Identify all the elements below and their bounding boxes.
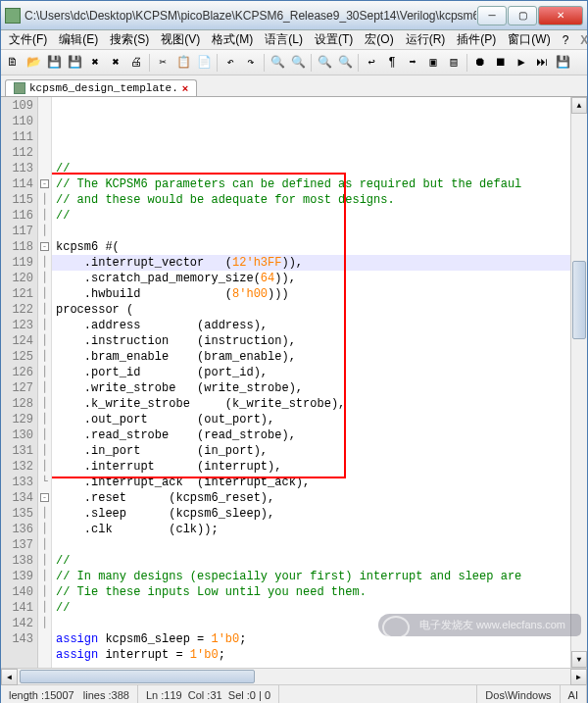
cut-icon[interactable]: ✂ (153, 53, 172, 73)
play-macro-icon[interactable]: ▶ (512, 53, 531, 73)
code-line[interactable] (56, 663, 570, 668)
fold-marker[interactable]: │ (38, 333, 51, 349)
show-all-icon[interactable]: ¶ (382, 53, 402, 73)
zoom-out-icon[interactable]: 🔍 (335, 53, 355, 73)
file-tab[interactable]: kcpsm6_design_template. × (5, 79, 197, 96)
fold-marker[interactable]: │ (38, 522, 51, 537)
code-line[interactable]: .out_port (out_port), (56, 412, 570, 427)
fold-marker[interactable]: │ (38, 302, 51, 318)
menu-file[interactable]: 文件(F) (3, 29, 53, 50)
fold-marker[interactable]: │ (38, 443, 51, 459)
code-line[interactable]: .read_strobe (read_strobe), (56, 427, 570, 443)
fold-marker[interactable]: │ (38, 459, 51, 475)
code-line[interactable]: .port_id (port_id), (56, 365, 570, 380)
fold-marker[interactable] (38, 98, 51, 114)
scroll-right-icon[interactable]: ▶ (570, 669, 587, 685)
fold-marker[interactable]: │ (38, 553, 51, 569)
fold-column[interactable]: -│││-││││││││││││││└-││││││││ (38, 97, 52, 668)
code-line[interactable]: kcpsm6 #( (56, 239, 570, 255)
fold-marker[interactable]: │ (38, 616, 51, 631)
tab-close-x-icon[interactable]: X (574, 33, 588, 47)
menu-settings[interactable]: 设置(T) (309, 29, 359, 50)
code-line[interactable]: .address (address), (56, 318, 570, 333)
code-line[interactable] (56, 537, 570, 553)
code-line[interactable]: // The KCPSM6 parameters can be defined … (56, 176, 570, 192)
scroll-up-icon[interactable]: ▲ (571, 97, 587, 114)
fold-marker[interactable]: │ (38, 271, 51, 286)
fold-marker[interactable]: │ (38, 208, 51, 224)
fold-marker[interactable]: │ (38, 396, 51, 412)
menu-edit[interactable]: 编辑(E) (53, 29, 104, 50)
fold-marker[interactable]: │ (38, 349, 51, 365)
code-line[interactable]: // Tie these inputs Low until you need t… (56, 584, 570, 600)
menu-format[interactable]: 格式(M) (206, 29, 259, 50)
code-line[interactable]: .in_port (in_port), (56, 443, 570, 459)
code-line[interactable]: // and these would be adequate for most … (56, 192, 570, 208)
code-line[interactable]: .reset (kcpsm6_reset), (56, 490, 570, 506)
fold-marker[interactable]: │ (38, 537, 51, 553)
fold-marker[interactable]: │ (38, 224, 51, 239)
fold-marker[interactable]: └ (38, 475, 51, 490)
save-icon[interactable]: 💾 (44, 53, 64, 73)
code-line[interactable]: assign interrupt = 1'b0; (56, 647, 570, 663)
redo-icon[interactable]: ↷ (241, 53, 261, 73)
menu-language[interactable]: 语言(L) (259, 29, 309, 50)
minimize-button[interactable]: ─ (477, 6, 507, 25)
fold-marker[interactable]: │ (38, 380, 51, 396)
save-all-icon[interactable]: 💾 (65, 53, 84, 73)
code-line[interactable]: // In many designs (especially your firs… (56, 569, 570, 584)
find-icon[interactable]: 🔍 (268, 53, 287, 73)
horizontal-scrollbar[interactable]: ◀ ▶ (1, 668, 587, 684)
fold-marker[interactable]: │ (38, 255, 51, 271)
code-line[interactable]: // (56, 208, 570, 224)
wordwrap-icon[interactable]: ↩ (362, 53, 381, 73)
fold-marker[interactable]: │ (38, 192, 51, 208)
undo-icon[interactable]: ↶ (220, 53, 240, 73)
code-line[interactable]: .interrupt_ack (interrupt_ack), (56, 475, 570, 490)
menu-macro[interactable]: 宏(O) (359, 29, 399, 50)
fold-marker[interactable]: - (38, 239, 51, 255)
fold-marker[interactable]: │ (38, 318, 51, 333)
scroll-down-icon[interactable]: ▼ (571, 651, 587, 668)
code-line[interactable]: .k_write_strobe (k_write_strobe), (56, 396, 570, 412)
fold-marker[interactable] (38, 129, 51, 145)
run-multi-icon[interactable]: ⏭ (532, 53, 552, 73)
new-file-icon[interactable]: 🗎 (3, 53, 23, 73)
code-line[interactable]: .hwbuild (8'h00))) (56, 286, 570, 302)
fold-marker[interactable] (38, 631, 51, 647)
code-line[interactable]: .instruction (instruction), (56, 333, 570, 349)
fold-marker[interactable]: │ (38, 365, 51, 380)
code-line[interactable]: .bram_enable (bram_enable), (56, 349, 570, 365)
menu-search[interactable]: 搜索(S) (104, 29, 155, 50)
close-file-icon[interactable]: ✖ (85, 53, 105, 73)
copy-icon[interactable]: 📋 (173, 53, 193, 73)
scroll-track[interactable] (571, 114, 587, 651)
close-all-icon[interactable]: ✖ (106, 53, 125, 73)
close-tab-icon[interactable]: × (182, 82, 188, 94)
indent-icon[interactable]: ➡ (403, 53, 422, 73)
titlebar[interactable]: C:\Users\dc\Desktop\KCPSM\picoBlaze\KCPS… (1, 1, 587, 30)
print-icon[interactable]: 🖨 (126, 53, 146, 73)
scroll-thumb-h[interactable] (20, 670, 255, 683)
menu-view[interactable]: 视图(V) (155, 29, 206, 50)
menu-help[interactable]: ? (557, 31, 575, 49)
vertical-scrollbar[interactable]: ▲ ▼ (570, 97, 587, 668)
fold-marker[interactable] (38, 145, 51, 161)
maximize-button[interactable]: ▢ (508, 6, 537, 25)
menu-run[interactable]: 运行(R) (400, 29, 452, 50)
fold-marker[interactable] (38, 161, 51, 176)
close-button[interactable]: ✕ (538, 6, 583, 25)
paste-icon[interactable]: 📄 (194, 53, 214, 73)
fold-marker[interactable]: │ (38, 286, 51, 302)
code-line[interactable]: .interrupt_vector (12'h3FF)), (56, 255, 570, 271)
replace-icon[interactable]: 🔍 (288, 53, 308, 73)
code-line[interactable]: .scratch_pad_memory_size(64)), (56, 271, 570, 286)
code-line[interactable]: .sleep (kcpsm6_sleep), (56, 506, 570, 522)
open-file-icon[interactable]: 📂 (24, 53, 43, 73)
menu-window[interactable]: 窗口(W) (502, 29, 556, 50)
fold-icon[interactable]: ▣ (423, 53, 443, 73)
fold-marker[interactable]: │ (38, 412, 51, 427)
scroll-track-h[interactable] (18, 669, 570, 684)
unfold-icon[interactable]: ▤ (444, 53, 464, 73)
code-line[interactable]: // (56, 161, 570, 176)
